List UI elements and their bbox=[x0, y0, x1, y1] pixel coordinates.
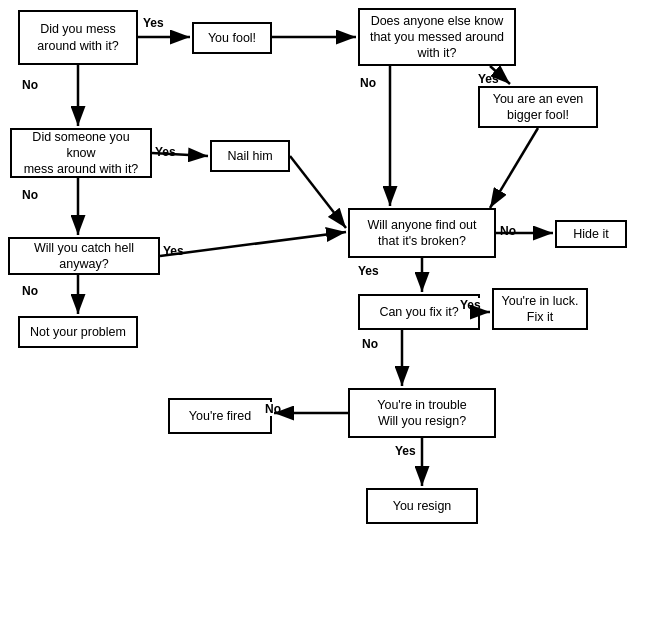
label-yes1: Yes bbox=[143, 16, 164, 30]
node-will-you-catch-hell: Will you catch hell anyway? bbox=[8, 237, 160, 275]
label-no5: No bbox=[22, 284, 38, 298]
node-will-anyone-find: Will anyone find out that it's broken? bbox=[348, 208, 496, 258]
label-no4: No bbox=[500, 224, 516, 238]
node-youre-in-luck: You're in luck. Fix it bbox=[492, 288, 588, 330]
node-nail-him: Nail him bbox=[210, 140, 290, 172]
node-you-resign: You resign bbox=[366, 488, 478, 524]
node-youre-fired: You're fired bbox=[168, 398, 272, 434]
label-no1: No bbox=[22, 78, 38, 92]
label-no7: No bbox=[265, 402, 281, 416]
flowchart: Did you mess around with it? You fool! D… bbox=[0, 0, 664, 623]
svg-line-8 bbox=[290, 156, 346, 228]
node-does-anyone-else: Does anyone else know that you messed ar… bbox=[358, 8, 516, 66]
node-youre-in-trouble: You're in trouble Will you resign? bbox=[348, 388, 496, 438]
label-yes3: Yes bbox=[155, 145, 176, 159]
label-no6: No bbox=[362, 337, 378, 351]
label-yes7: Yes bbox=[395, 444, 416, 458]
node-not-your-problem: Not your problem bbox=[18, 316, 138, 348]
label-yes4: Yes bbox=[163, 244, 184, 258]
node-did-you-mess: Did you mess around with it? bbox=[18, 10, 138, 65]
node-you-fool: You fool! bbox=[192, 22, 272, 54]
node-did-someone-you-know: Did someone you know mess around with it… bbox=[10, 128, 152, 178]
label-yes5: Yes bbox=[358, 264, 379, 278]
label-no3: No bbox=[22, 188, 38, 202]
label-no2: No bbox=[360, 76, 376, 90]
label-yes6: Yes bbox=[460, 298, 481, 312]
node-hide-it: Hide it bbox=[555, 220, 627, 248]
svg-line-10 bbox=[160, 232, 346, 256]
label-yes2: Yes bbox=[478, 72, 499, 86]
svg-line-5 bbox=[490, 128, 538, 208]
node-you-bigger-fool: You are an even bigger fool! bbox=[478, 86, 598, 128]
